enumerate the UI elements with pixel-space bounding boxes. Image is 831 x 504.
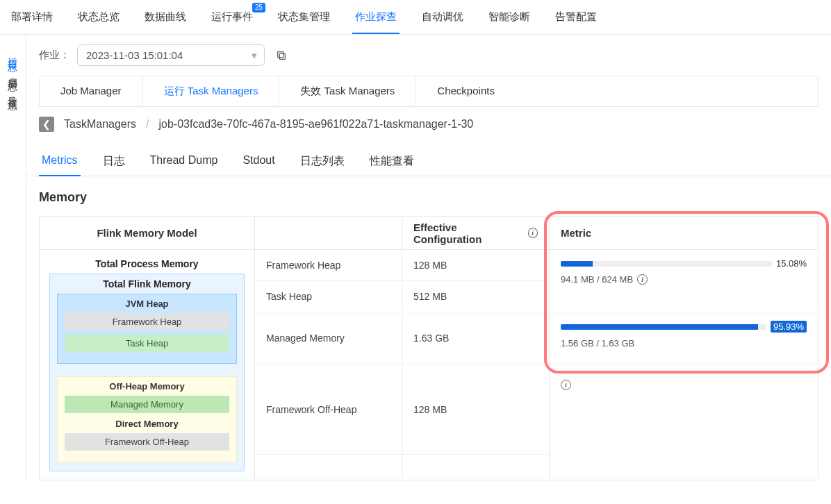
row-name-managed: Managed Memory (255, 312, 402, 364)
model-total-flink: Total Flink Memory (57, 278, 237, 289)
svg-rect-1 (278, 51, 283, 57)
info-icon[interactable]: i (561, 380, 571, 390)
sidebar-item-startlog[interactable]: 启动日志 (7, 62, 19, 82)
info-icon[interactable]: i (528, 228, 538, 238)
topnav-item-deploy[interactable]: 部署详情 (8, 1, 56, 33)
topnav-item-alert[interactable]: 告警配置 (552, 1, 600, 33)
subtab-jobmanager[interactable]: Job Manager (40, 76, 143, 106)
innertab-threaddump[interactable]: Thread Dump (147, 147, 221, 176)
section-title: Memory (26, 176, 831, 216)
copy-icon[interactable] (272, 46, 291, 65)
managed-pct: 95.93% (771, 321, 807, 333)
topnav-item-curve[interactable]: 数据曲线 (142, 1, 189, 33)
breadcrumb-current: job-03fcad3e-70fc-467a-8195-ae961f022a71… (159, 118, 474, 131)
row-conf-frameworkheap: 128 MB (402, 250, 549, 281)
job-label: 作业： (39, 49, 70, 62)
row-conf-frameworkoffheap: 128 MB (402, 364, 549, 455)
col-name: Framework Heap Task Heap Managed Memory … (255, 217, 402, 480)
metric-offheap: i (550, 364, 818, 404)
innertab-log[interactable]: 日志 (100, 147, 128, 176)
subtabs: Job Manager 运行 Task Managers 失效 Task Man… (39, 76, 818, 107)
row-conf-taskheap: 512 MB (402, 281, 549, 312)
model-total-process: Total Process Memory (49, 258, 245, 269)
memory-table: Flink Memory Model Total Process Memory … (39, 216, 818, 480)
back-icon[interactable]: ❮ (39, 117, 54, 132)
topnav-item-stateset[interactable]: 状态集管理 (275, 1, 333, 33)
heap-progress (561, 261, 772, 267)
col-conf: Effective Configuration i 128 MB 512 MB … (402, 217, 550, 480)
model-offheap: Off-Heap Memory (65, 381, 229, 392)
row-name-frameworkheap: Framework Heap (255, 250, 402, 281)
event-badge: 25 (252, 3, 265, 12)
innertab-perf[interactable]: 性能查看 (367, 147, 417, 176)
sidebar: 运行日志 启动日志 异常信息 (0, 35, 26, 480)
content: 作业： 2023-11-03 15:01:04 ▾ Job Manager 运行… (26, 35, 831, 480)
subtab-failed-tm[interactable]: 失效 Task Managers (279, 76, 416, 106)
metric-heap: 15.08% 94.1 MB / 624 MB i (550, 250, 818, 312)
model-jvmheap: JVM Heap (65, 299, 229, 309)
subtab-checkpoints[interactable]: Checkpoints (416, 76, 516, 106)
top-nav: 部署详情 状态总览 数据曲线 运行事件 25 状态集管理 作业探查 自动调优 智… (0, 0, 831, 35)
row-name-taskheap: Task Heap (255, 281, 402, 312)
model-managed: Managed Memory (65, 396, 229, 413)
breadcrumb-sep: / (146, 118, 149, 131)
metric-managed: 95.93% 1.56 GB / 1.63 GB (550, 312, 818, 364)
row-name-frameworkoffheap: Framework Off-Heap (255, 364, 402, 455)
managed-progress (561, 324, 766, 330)
th-metric: Metric (550, 217, 818, 250)
job-selector-row: 作业： 2023-11-03 15:01:04 ▾ (26, 35, 831, 76)
innertab-stdout[interactable]: Stdout (240, 147, 277, 176)
heap-text: 94.1 MB / 624 MB (561, 274, 633, 285)
breadcrumb-root[interactable]: TaskManagers (64, 118, 136, 131)
th-conf: Effective Configuration i (402, 217, 549, 250)
model-direct: Direct Memory (65, 419, 229, 429)
topnav-item-status[interactable]: 状态总览 (75, 1, 122, 33)
breadcrumb: ❮ TaskManagers / job-03fcad3e-70fc-467a-… (26, 107, 831, 142)
subtab-running-tm[interactable]: 运行 Task Managers (143, 76, 280, 106)
caret-down-icon: ▾ (252, 49, 257, 62)
topnav-item-diagnose[interactable]: 智能诊断 (486, 1, 533, 33)
innertab-loglist[interactable]: 日志列表 (297, 147, 347, 176)
managed-text: 1.56 GB / 1.63 GB (561, 338, 634, 348)
job-selected-value: 2023-11-03 15:01:04 (86, 49, 183, 61)
row-conf-managed: 1.63 GB (402, 312, 549, 364)
col-metric: Metric 15.08% 94.1 MB / 624 MB i 95.93% (550, 217, 818, 480)
topnav-item-event[interactable]: 运行事件 25 (208, 1, 256, 33)
col-model: Flink Memory Model Total Process Memory … (40, 217, 255, 480)
th-name-spacer (255, 217, 402, 250)
inner-tabs: Metrics 日志 Thread Dump Stdout 日志列表 性能查看 (26, 142, 831, 176)
svg-rect-0 (279, 53, 285, 59)
innertab-metrics[interactable]: Metrics (39, 147, 81, 176)
model-taskheap: Task Heap (65, 335, 229, 352)
info-icon[interactable]: i (637, 274, 648, 285)
model-frameworkoffheap: Framework Off-Heap (65, 433, 229, 451)
memory-model-diagram: Total Process Memory Total Flink Memory … (40, 250, 254, 480)
job-select[interactable]: 2023-11-03 15:01:04 ▾ (77, 44, 265, 66)
topnav-item-autotune[interactable]: 自动调优 (419, 1, 466, 33)
sidebar-item-runlog[interactable]: 运行日志 (7, 43, 19, 62)
topnav-item-jobexplore[interactable]: 作业探查 (352, 1, 400, 33)
model-frameworkheap: Framework Heap (65, 313, 229, 330)
th-model: Flink Memory Model (40, 217, 254, 250)
sidebar-item-exception[interactable]: 异常信息 (7, 82, 19, 101)
heap-pct: 15.08% (776, 258, 807, 269)
